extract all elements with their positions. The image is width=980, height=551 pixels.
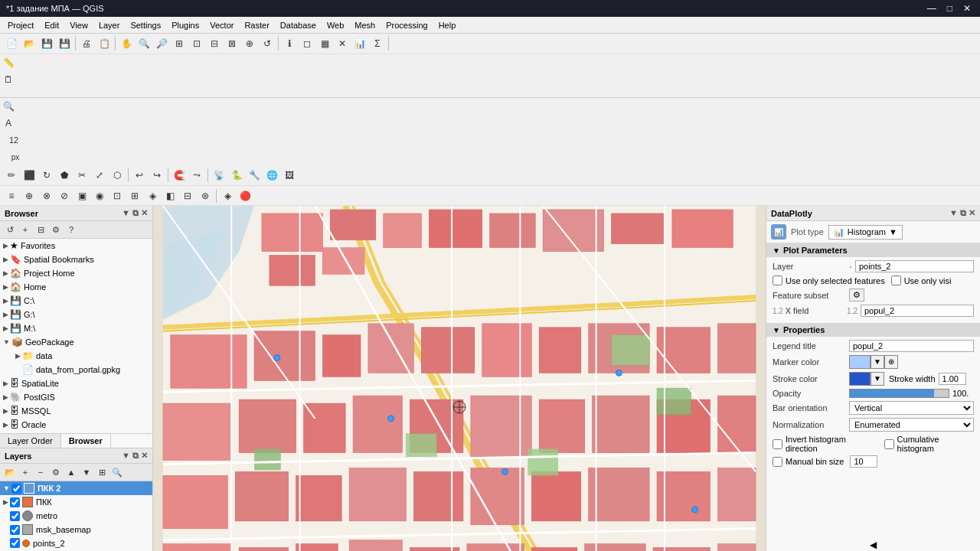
- node-tool-btn[interactable]: ⬛: [21, 167, 38, 184]
- properties-header[interactable]: ▼ Properties: [766, 323, 980, 337]
- save-project-btn[interactable]: 💾: [38, 35, 55, 52]
- stroke-width-input[interactable]: [939, 373, 966, 385]
- toolbar3-btn1[interactable]: ≡: [3, 187, 20, 204]
- pan-to-selection-btn[interactable]: ⊕: [241, 35, 258, 52]
- plot-parameters-header[interactable]: ▼ Plot Parameters: [766, 243, 980, 257]
- dataplotly-collapse-btn[interactable]: ▼: [949, 208, 958, 218]
- browser-collapse-all-btn[interactable]: ⊟: [34, 223, 47, 236]
- minimize-button[interactable]: —: [924, 3, 939, 14]
- annotations-btn[interactable]: 🗒: [0, 71, 17, 88]
- menu-edit[interactable]: Edit: [40, 19, 64, 31]
- maximize-button[interactable]: □: [944, 3, 956, 14]
- use-selected-checkbox[interactable]: [773, 276, 782, 285]
- save-as-btn[interactable]: 💾: [56, 35, 73, 52]
- undo-btn[interactable]: ↩: [131, 167, 148, 184]
- browser-add-btn[interactable]: +: [18, 223, 32, 236]
- labels-btn[interactable]: A: [0, 115, 17, 132]
- opacity-slider[interactable]: [849, 389, 949, 398]
- manual-bin-input[interactable]: [850, 455, 877, 468]
- stroke-color-btn[interactable]: ▼: [871, 372, 884, 386]
- composer-btn[interactable]: 🖼: [281, 167, 298, 184]
- split-features-btn[interactable]: ✂: [74, 167, 90, 184]
- tracing-btn[interactable]: ⤳: [188, 167, 205, 184]
- layers-float-btn[interactable]: ⧉: [132, 451, 139, 461]
- toolbar3-btn14[interactable]: 🔴: [237, 187, 253, 204]
- normalization-select[interactable]: Enumerated Fraction Percent Probability …: [849, 418, 974, 432]
- toolbar3-btn5[interactable]: ▣: [74, 187, 90, 204]
- toolbar3-btn8[interactable]: ⊞: [126, 187, 143, 204]
- feature-subset-btn[interactable]: ⚙: [849, 289, 864, 302]
- zoom-native-btn[interactable]: ⊠: [224, 35, 240, 52]
- menu-mesh[interactable]: Mesh: [350, 19, 380, 31]
- toolbar3-btn11[interactable]: ⊟: [179, 187, 196, 204]
- menu-view[interactable]: View: [65, 19, 93, 31]
- font-size-input[interactable]: 12: [0, 132, 28, 148]
- move-down-btn[interactable]: ▼: [80, 465, 93, 479]
- layer-input[interactable]: [855, 260, 974, 272]
- menu-vector[interactable]: Vector: [205, 19, 238, 31]
- plot-type-dropdown[interactable]: 📊 Histogram ▼: [828, 225, 903, 240]
- layer-item-points2[interactable]: ▶ points_2: [0, 536, 152, 549]
- open-project-btn[interactable]: 📂: [21, 35, 38, 52]
- toolbar3-btn12[interactable]: ⊛: [197, 187, 214, 204]
- pan-map-btn[interactable]: ✋: [118, 35, 135, 52]
- menu-layer[interactable]: Layer: [94, 19, 125, 31]
- tree-postgis[interactable]: ▶ 🐘 PostGIS: [0, 390, 152, 404]
- layers-close-btn[interactable]: ✕: [141, 451, 148, 461]
- layer-item-pkk[interactable]: ▶ ПКК: [0, 495, 152, 509]
- browser-help-btn[interactable]: ?: [64, 223, 78, 236]
- rotation-tool-btn[interactable]: ↻: [38, 167, 55, 184]
- select-features-btn[interactable]: ▦: [316, 35, 333, 52]
- toolbar3-btn6[interactable]: ◉: [91, 187, 108, 204]
- layout-manager-btn[interactable]: 📋: [96, 35, 113, 52]
- remove-layer-btn[interactable]: −: [34, 465, 47, 479]
- toolbar3-btn10[interactable]: ◧: [162, 187, 178, 204]
- tree-geopackage[interactable]: ▼ 📦 GeoPackage: [0, 335, 152, 349]
- toolbar3-btn3[interactable]: ⊗: [38, 187, 55, 204]
- tab-layer-order[interactable]: Layer Order: [0, 434, 61, 448]
- browser-close-btn[interactable]: ✕: [141, 208, 148, 218]
- plugins-btn[interactable]: 🔧: [246, 167, 263, 184]
- layers-collapse-btn[interactable]: ▼: [122, 451, 130, 461]
- menu-settings[interactable]: Settings: [126, 19, 165, 31]
- deselect-btn[interactable]: ✕: [334, 35, 351, 52]
- browser-float-btn[interactable]: ⧉: [132, 208, 139, 218]
- snap-btn[interactable]: 🧲: [171, 167, 188, 184]
- zoom-full-btn[interactable]: ⊞: [171, 35, 188, 52]
- layer-item-msk-basemap[interactable]: ▶ msk_basemap: [0, 523, 152, 536]
- filter-layer-btn[interactable]: 🔍: [110, 465, 124, 479]
- redo-btn[interactable]: ↪: [149, 167, 165, 184]
- add-layer-btn[interactable]: +: [18, 465, 32, 479]
- tree-home[interactable]: ▶ 🏠 Home: [0, 280, 152, 294]
- python-btn[interactable]: 🐍: [228, 167, 245, 184]
- open-table-btn[interactable]: 📊: [351, 35, 368, 52]
- cumulative-histogram-checkbox[interactable]: [884, 439, 894, 449]
- tree-mssql[interactable]: ▶ 🗄 MSSQL: [0, 404, 152, 418]
- layer-item-metro[interactable]: ▶ metro: [0, 509, 152, 523]
- tab-browser[interactable]: Browser: [61, 434, 111, 448]
- toolbar3-btn2[interactable]: ⊕: [21, 187, 38, 204]
- tree-favorites[interactable]: ▶ ★ Favorites: [0, 239, 152, 253]
- pkk-checkbox[interactable]: [10, 497, 20, 507]
- group-btn[interactable]: ⊞: [95, 465, 109, 479]
- msk-basemap-checkbox[interactable]: [10, 525, 20, 535]
- refresh-btn[interactable]: ↺: [259, 35, 276, 52]
- menu-database[interactable]: Database: [276, 19, 321, 31]
- menu-project[interactable]: Project: [3, 19, 38, 31]
- points2-checkbox[interactable]: [10, 538, 20, 548]
- tree-spatialite[interactable]: ▶ 🗄 SpatiaLite: [0, 377, 152, 390]
- menu-help[interactable]: Help: [434, 19, 461, 31]
- browser-collapse-btn[interactable]: ▼: [122, 208, 130, 218]
- open-layer-btn[interactable]: 📂: [3, 465, 17, 479]
- browser-btn[interactable]: 🌐: [263, 167, 280, 184]
- zoom-layer-btn[interactable]: ⊟: [206, 35, 223, 52]
- menu-plugins[interactable]: Plugins: [167, 19, 204, 31]
- toolbar3-btn7[interactable]: ⊡: [109, 187, 126, 204]
- print-layout-btn[interactable]: 🖨: [78, 35, 95, 52]
- dataplotly-close-btn[interactable]: ✕: [969, 208, 975, 218]
- tree-data-gpkg[interactable]: ▶ 📄 data_from_portal.gpkg: [0, 363, 152, 377]
- new-project-btn[interactable]: 📄: [3, 35, 20, 52]
- reshape-btn[interactable]: ⬡: [109, 167, 126, 184]
- zoom-selected-btn[interactable]: ⊡: [188, 35, 205, 52]
- menu-web[interactable]: Web: [322, 19, 348, 31]
